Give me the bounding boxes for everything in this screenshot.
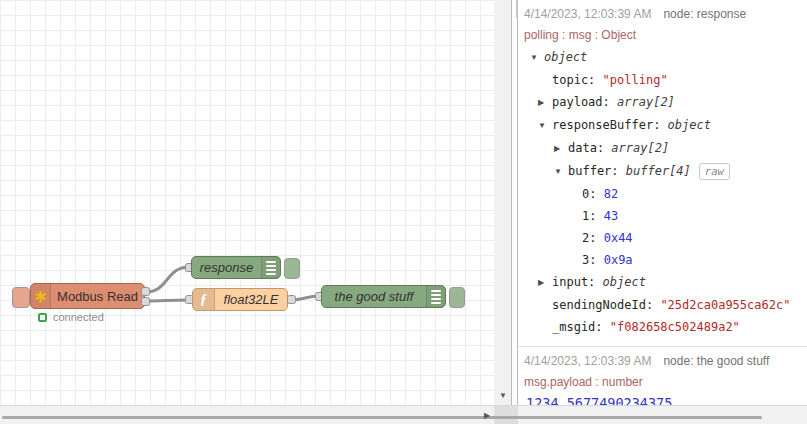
debug-message: 4/14/2023, 12:03:39 AMnode: the good stu… [518,346,807,405]
tree-key: buffer: [568,164,626,178]
tree-row: 0: 82 [524,183,803,205]
debug-toggle-button[interactable] [284,258,300,279]
wire[interactable] [146,267,189,292]
tree-type: object [603,275,646,289]
tree-key: input: [552,275,603,289]
tree-value: 82 [604,187,618,201]
tree-row: ▼object [524,46,803,69]
tree-toggle-arrow-icon[interactable]: ▶ [554,138,568,160]
canvas-vertical-scrollbar[interactable] [494,0,511,405]
tree-toggle-arrow-icon[interactable]: ▼ [530,47,544,69]
wire-layer [0,0,494,405]
tree-key: 1: [582,209,604,223]
scroll-down-arrow-icon[interactable]: ▼ [496,387,510,403]
tree-key: _msgid: [552,320,610,334]
debug-toggle-button[interactable] [449,287,465,308]
status-ring-icon [38,313,47,322]
tree-value: 43 [604,209,618,223]
tree-toggle-arrow-icon[interactable]: ▼ [554,161,568,183]
node-status-text: connected [53,311,104,323]
tree-type: array[2] [617,95,675,109]
node-good-stuff-debug[interactable]: the good stuff [321,285,446,308]
output-port[interactable] [287,295,296,304]
message-timestamp: 4/14/2023, 12:03:39 AM [524,7,651,21]
wire[interactable] [146,300,189,301]
node-label: the good stuff [322,286,426,307]
node-label: response [192,257,261,278]
tree-key: payload: [552,95,617,109]
node-label: float32LE [215,289,287,310]
scroll-right-arrow-icon[interactable]: ▶ [481,409,493,421]
tree-type: array[2] [611,141,669,155]
json-tree: ▼objecttopic: "polling"▶payload: array[2… [524,46,803,338]
tree-row: 1: 43 [524,205,803,227]
debug-console-icon [426,286,445,307]
modbus-flower-icon: ✱ [31,284,51,308]
message-node-name: node: response [663,7,746,21]
node-red-window: ✱ Modbus Read connected response ƒ float… [0,0,807,424]
message-node-name: node: the good stuff [663,354,769,368]
tree-type: buffer[4] [626,164,691,178]
debug-message: 4/14/2023, 12:03:39 AMnode: response pol… [518,0,807,346]
node-response-debug[interactable]: response [191,256,281,279]
tree-key: sendingNodeId: [552,298,660,312]
node-modbus-read[interactable]: ✱ Modbus Read [30,283,145,309]
tree-key: data: [568,141,611,155]
horizontal-scrollbar-thumb[interactable] [2,416,762,419]
raw-button[interactable]: raw [699,163,730,180]
tree-key: 3: [582,253,604,267]
tree-row: ▶data: array[2] [524,137,803,160]
tree-row: ▼buffer: buffer[4]raw [524,160,803,183]
message-property-path: msg.payload : number [524,372,803,393]
tree-row: 2: 0x44 [524,227,803,249]
tree-row: _msgid: "f082658c502489a2" [524,316,803,338]
tree-toggle-arrow-icon[interactable]: ▶ [538,272,552,294]
tree-value: "polling" [603,73,668,87]
payload-number-value: 1234.5677490234375 [524,393,803,405]
tree-row: topic: "polling" [524,69,803,91]
tree-row: sendingNodeId: "25d2ca0a955ca62c" [524,294,803,316]
tree-value: 0x9a [604,253,633,267]
tree-row: ▶input: object [524,271,803,294]
tree-row: ▶payload: array[2] [524,91,803,114]
tree-key: responseBuffer: [552,118,668,132]
tree-key: topic: [552,73,603,87]
output-port[interactable] [141,287,150,296]
tree-key: 2: [582,231,604,245]
output-port[interactable] [141,297,150,306]
tree-toggle-arrow-icon[interactable]: ▼ [538,115,552,137]
tree-key: 0: [582,187,604,201]
tree-toggle-arrow-icon[interactable]: ▶ [538,92,552,114]
node-label: Modbus Read [51,284,144,308]
function-icon: ƒ [193,289,215,310]
tree-value: 0x44 [604,231,633,245]
modbus-inject-button[interactable] [12,287,30,308]
flow-canvas[interactable]: ✱ Modbus Read connected response ƒ float… [0,0,494,405]
tree-value: "f082658c502489a2" [610,320,740,334]
node-float32le-function[interactable]: ƒ float32LE [192,288,288,311]
tree-row: 3: 0x9a [524,249,803,271]
message-timestamp: 4/14/2023, 12:03:39 AM [524,354,651,368]
tree-row: ▼responseBuffer: object [524,114,803,137]
message-property-path: polling : msg : Object [524,25,803,46]
tree-type: object [544,50,587,64]
tree-value: "25d2ca0a955ca62c" [660,298,790,312]
tree-type: object [668,118,711,132]
scrollbar-corner [494,406,518,424]
horizontal-scrollbar[interactable] [0,405,807,424]
debug-console-icon [261,257,280,278]
sidebar-divider[interactable] [511,0,518,405]
debug-sidebar: 4/14/2023, 12:03:39 AMnode: response pol… [518,0,807,405]
